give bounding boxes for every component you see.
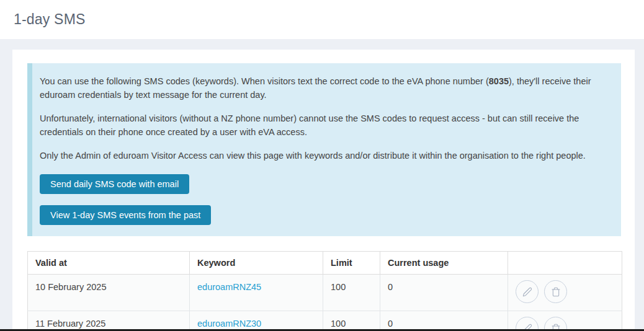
- actions-cell: [508, 311, 622, 331]
- header-valid-at: Valid at: [28, 252, 190, 275]
- trash-icon: [551, 324, 561, 331]
- delete-button[interactable]: [544, 280, 567, 303]
- actions-cell: [508, 275, 622, 311]
- info-alert: You can use the following SMS codes (key…: [27, 63, 621, 236]
- alert-paragraph-2: Unfortunately, international visitors (w…: [40, 112, 611, 139]
- phone-number: 8035: [489, 76, 509, 86]
- table-row: 11 February 2025 eduroamRNZ30 100 0: [28, 311, 622, 331]
- pencil-icon: [522, 287, 532, 297]
- alert-p1-text: You can use the following SMS codes (key…: [40, 76, 489, 86]
- delete-button[interactable]: [544, 317, 567, 331]
- pencil-icon: [522, 324, 532, 331]
- edit-button[interactable]: [516, 317, 539, 331]
- view-sms-events-button[interactable]: View 1-day SMS events from the past: [40, 205, 211, 225]
- limit-cell: 100: [323, 311, 380, 331]
- trash-icon: [551, 287, 561, 297]
- send-daily-sms-button[interactable]: Send daily SMS code with email: [40, 174, 189, 194]
- keyword-link[interactable]: eduroamRNZ30: [197, 319, 261, 329]
- header-limit: Limit: [323, 252, 380, 275]
- page-header: 1-day SMS: [0, 0, 644, 39]
- header-keyword: Keyword: [190, 252, 323, 275]
- keyword-link[interactable]: eduroamRNZ45: [197, 282, 261, 292]
- content-card: You can use the following SMS codes (key…: [12, 50, 635, 331]
- valid-at-cell: 10 February 2025: [28, 275, 190, 311]
- edit-button[interactable]: [516, 280, 539, 303]
- current-usage-cell: 0: [380, 275, 508, 311]
- page-title: 1-day SMS: [14, 11, 86, 28]
- valid-at-cell: 11 February 2025: [28, 311, 190, 331]
- header-current-usage: Current usage: [380, 252, 508, 275]
- table-header: Valid at Keyword Limit Current usage: [28, 252, 622, 275]
- keywords-table: Valid at Keyword Limit Current usage 10 …: [27, 251, 622, 331]
- alert-paragraph-3: Only the Admin of eduroam Visitor Access…: [40, 149, 611, 162]
- header-actions: [508, 252, 622, 275]
- limit-cell: 100: [323, 275, 380, 311]
- current-usage-cell: 0: [380, 311, 508, 331]
- alert-paragraph-1: You can use the following SMS codes (key…: [40, 74, 611, 102]
- table-row: 10 February 2025 eduroamRNZ45 100 0: [28, 275, 622, 311]
- main-area: You can use the following SMS codes (key…: [0, 39, 644, 331]
